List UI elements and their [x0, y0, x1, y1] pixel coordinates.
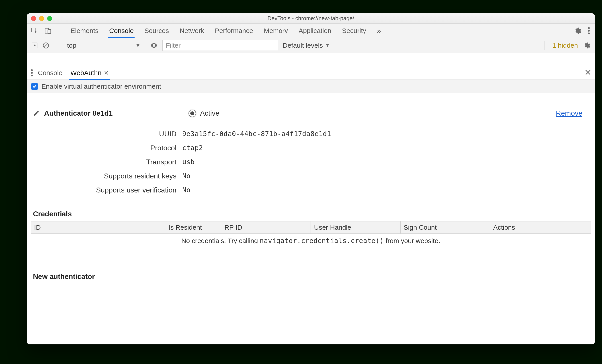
console-toolbar: top ▼ Filter Default levels ▼ 1 hidden [27, 38, 595, 53]
svg-rect-2 [48, 29, 51, 33]
col-id[interactable]: ID [31, 221, 165, 234]
table-header-row: ID Is Resident RP ID User Handle Sign Co… [31, 221, 591, 234]
main-toolbar: Elements Console Sources Network Perform… [27, 24, 595, 38]
table-row: No credentials. Try calling navigator.cr… [31, 234, 591, 248]
log-levels-dropdown[interactable]: Default levels ▼ [283, 42, 330, 49]
inspect-icon[interactable] [31, 27, 38, 34]
svg-point-12 [31, 75, 33, 76]
edit-name-icon[interactable] [33, 110, 40, 117]
svg-point-3 [588, 27, 590, 29]
live-expression-icon[interactable] [150, 42, 158, 49]
uuid-label: UUID [40, 130, 182, 138]
col-rp-id[interactable]: RP ID [221, 221, 311, 234]
active-authenticator-radio[interactable]: Active [188, 109, 219, 118]
credentials-table: ID Is Resident RP ID User Handle Sign Co… [31, 221, 591, 248]
tabs-overflow-button[interactable]: » [377, 24, 381, 38]
settings-gear-icon[interactable] [574, 27, 581, 34]
empty-code: navigator.credentials.create() [260, 237, 384, 245]
main-menu-icon[interactable] [588, 27, 590, 34]
authenticator-header: Authenticator 8e1d1 Active Remove [31, 93, 591, 123]
tab-console[interactable]: Console [109, 24, 134, 38]
radio-icon [188, 110, 196, 117]
clear-console-icon[interactable] [42, 42, 49, 49]
close-tab-icon[interactable] [104, 70, 109, 75]
window-title: DevTools - chrome://new-tab-page/ [27, 15, 595, 21]
device-toggle-icon[interactable] [44, 27, 52, 34]
tab-security[interactable]: Security [342, 24, 366, 38]
transport-label: Transport [40, 158, 182, 166]
protocol-label: Protocol [40, 144, 182, 152]
tab-elements[interactable]: Elements [71, 24, 98, 38]
authenticator-details: UUID 9e3a15fc-0da0-44bc-871b-a4f17da8e1d… [31, 123, 591, 199]
credentials-empty-message: No credentials. Try calling navigator.cr… [31, 234, 591, 248]
tab-network[interactable]: Network [180, 24, 204, 38]
protocol-value: ctap2 [182, 144, 589, 152]
remove-authenticator-link[interactable]: Remove [556, 109, 582, 118]
drawer-toolbar: Console WebAuthn [27, 66, 595, 80]
main-tabs: Elements Console Sources Network Perform… [64, 24, 569, 38]
uuid-value: 9e3a15fc-0da0-44bc-871b-a4f17da8e1d1 [182, 130, 589, 138]
drawer-menu-icon[interactable] [31, 69, 33, 76]
svg-point-10 [31, 69, 33, 71]
drawer-tab-webauthn-label: WebAuthn [70, 69, 102, 77]
titlebar: DevTools - chrome://new-tab-page/ [27, 13, 595, 24]
active-label: Active [200, 109, 219, 118]
context-selector[interactable]: top ▼ [63, 40, 145, 51]
chevron-down-icon: ▼ [135, 42, 140, 49]
webauthn-panel: Authenticator 8e1d1 Active Remove UUID 9… [27, 93, 595, 344]
context-selector-value: top [67, 42, 76, 49]
col-is-resident[interactable]: Is Resident [165, 221, 221, 234]
resident-keys-value: No [182, 172, 589, 180]
transport-value: usb [182, 158, 589, 166]
user-verification-value: No [182, 186, 589, 194]
console-filter-input[interactable]: Filter [162, 40, 278, 51]
svg-point-11 [31, 72, 33, 74]
tab-sources[interactable]: Sources [144, 24, 169, 38]
resident-keys-label: Supports resident keys [40, 172, 182, 180]
chevron-down-icon: ▼ [325, 43, 330, 48]
devtools-window: DevTools - chrome://new-tab-page/ [27, 13, 595, 344]
svg-point-4 [588, 30, 590, 32]
enable-virtual-auth-checkbox[interactable] [31, 83, 38, 90]
tab-application[interactable]: Application [299, 24, 331, 38]
credentials-heading: Credentials [31, 199, 591, 221]
filter-placeholder: Filter [166, 42, 181, 49]
user-verification-label: Supports user verification [40, 186, 182, 194]
drawer-tab-console[interactable]: Console [38, 66, 62, 80]
col-actions[interactable]: Actions [490, 221, 591, 234]
console-settings-gear-icon[interactable] [583, 42, 591, 49]
empty-prefix: No credentials. Try calling [181, 237, 260, 244]
tab-memory[interactable]: Memory [264, 24, 288, 38]
close-drawer-icon[interactable] [585, 70, 591, 75]
svg-point-5 [588, 32, 590, 34]
col-sign-count[interactable]: Sign Count [400, 221, 490, 234]
svg-point-9 [153, 45, 155, 46]
new-authenticator-heading: New authenticator [31, 248, 591, 284]
enable-virtual-auth-label: Enable virtual authenticator environment [42, 83, 161, 90]
enable-bar: Enable virtual authenticator environment [27, 80, 595, 93]
svg-line-8 [44, 43, 48, 47]
authenticator-title: Authenticator 8e1d1 [44, 109, 113, 118]
empty-suffix: from your website. [384, 237, 440, 244]
log-levels-label: Default levels [283, 42, 323, 49]
col-user-handle[interactable]: User Handle [311, 221, 400, 234]
execution-context-icon[interactable] [31, 42, 38, 49]
tab-performance[interactable]: Performance [215, 24, 253, 38]
hidden-messages-count[interactable]: 1 hidden [552, 42, 578, 49]
drawer-tab-webauthn[interactable]: WebAuthn [70, 66, 109, 80]
